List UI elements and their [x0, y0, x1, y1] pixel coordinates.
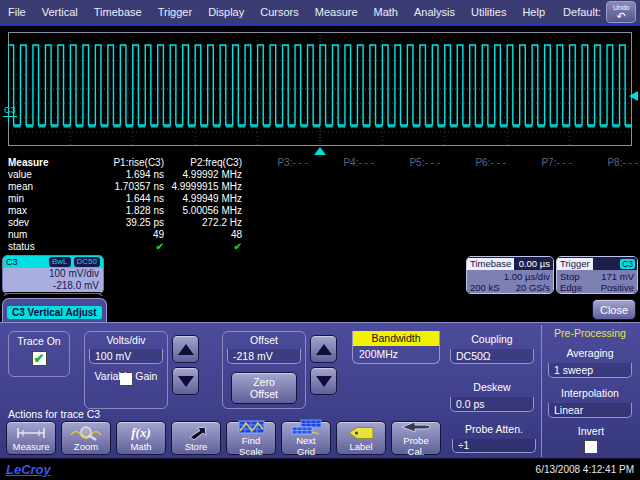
oscilloscope-screen: FileVerticalTimebaseTriggerDisplayCursor… [0, 0, 640, 480]
tab-c3-vertical-adjust[interactable]: C3 Vertical Adjust [2, 298, 107, 322]
offset-up-button[interactable] [310, 335, 337, 363]
undo-button[interactable]: Undo↶ [606, 1, 636, 23]
menu-item-measure[interactable]: Measure [315, 6, 358, 18]
measure-icon [14, 424, 48, 441]
deskew-field[interactable]: 0.0 ps [450, 397, 534, 412]
measure-num-p7 [508, 229, 574, 241]
action-button-zoom[interactable]: Zoom [61, 421, 111, 455]
action-button-find-scale[interactable]: Find Scale [226, 421, 276, 455]
offset-group: Offset -218 mV Zero Offset [222, 331, 306, 409]
zero-offset-button[interactable]: Zero Offset [231, 372, 297, 404]
measure-row-label-max: max [0, 205, 56, 217]
action-button-math[interactable]: f(x)Math [116, 421, 166, 455]
label-icon [344, 424, 378, 441]
measure-sdev-p5 [376, 217, 442, 229]
interpolation-field[interactable]: Linear [548, 403, 632, 418]
trigger-level-marker[interactable] [629, 91, 638, 101]
action-button-label: Store [185, 441, 208, 452]
measure-status-p6 [442, 241, 508, 253]
action-button-measure[interactable]: Measure [6, 421, 56, 455]
menu-item-trigger[interactable]: Trigger [158, 6, 192, 18]
measure-max-p1: 1.828 ns [56, 205, 166, 217]
trigger-source-badge: C3 [620, 259, 635, 269]
measure-column-header-p2: P2:freq(C3) [166, 156, 244, 169]
measure-column-header-p8: P8:- - - [574, 156, 640, 169]
measure-mean-p2: 4.9999915 MHz [166, 181, 244, 193]
averaging-field[interactable]: 1 sweep [548, 363, 632, 378]
dialog-section-divider [541, 325, 542, 457]
measure-num-p6 [442, 229, 508, 241]
timebase-offset: 0.00 µs [519, 258, 553, 269]
measure-row-label-sdev: sdev [0, 217, 56, 229]
trace-on-group: Trace On ✔ [8, 331, 70, 377]
datetime-label: 6/13/2008 4:12:41 PM [536, 464, 634, 475]
measure-num-p8 [574, 229, 640, 241]
bandwidth-field[interactable]: 200MHz [353, 346, 439, 363]
trigger-slope: Positive [601, 282, 634, 293]
math-icon: f(x) [131, 424, 151, 441]
measure-status-p4 [310, 241, 376, 253]
measure-column-header-p7: P7:- - - [508, 156, 574, 169]
measure-max-p7 [508, 205, 574, 217]
measure-num-p1: 49 [56, 229, 166, 241]
bandwidth-limit-badge: BwL [49, 257, 71, 267]
offset-field[interactable]: -218 mV [227, 349, 301, 364]
menu-bar: FileVerticalTimebaseTriggerDisplayCursor… [0, 0, 640, 26]
measure-min-p8 [574, 193, 640, 205]
volts-div-down-button[interactable] [172, 367, 199, 395]
measure-status-p3 [244, 241, 310, 253]
coupling-field[interactable]: DC50Ω [450, 349, 534, 364]
action-button-label: Probe Cal. [398, 435, 434, 457]
trace-on-label: Trace On [9, 332, 69, 347]
menu-item-utilities[interactable]: Utilities [471, 6, 506, 18]
close-button[interactable]: Close [592, 299, 636, 320]
status-row: C3 BwL DC50 100 mV/div -218.0 mV Timebas… [0, 254, 640, 296]
measure-mean-p8 [574, 181, 640, 193]
trace-on-checkbox[interactable]: ✔ [32, 351, 47, 366]
action-button-label: Next Grid [288, 435, 324, 457]
menu-item-file[interactable]: File [8, 6, 26, 18]
status-bar: LeCroy 6/13/2008 4:12:41 PM [0, 458, 640, 480]
measure-mean-p6 [442, 181, 508, 193]
volts-div-field[interactable]: 100 mV [89, 349, 163, 364]
measure-column-header-p5: P5:- - - [376, 156, 442, 169]
menu-item-analysis[interactable]: Analysis [414, 6, 455, 18]
action-button-store[interactable]: Store [171, 421, 221, 455]
timebase-title: Timebase [467, 258, 514, 270]
channel-c3-descriptor-box[interactable]: C3 BwL DC50 100 mV/div -218.0 mV [2, 255, 104, 294]
menu-item-math[interactable]: Math [374, 6, 398, 18]
waveform-display[interactable]: C3 [0, 26, 640, 156]
action-button-label[interactable]: Label [336, 421, 386, 455]
measure-mean-p1: 1.70357 ns [56, 181, 166, 193]
actions-for-trace-label: Actions for trace C3 [8, 408, 100, 420]
menu-item-display[interactable]: Display [208, 6, 244, 18]
measure-mean-p3 [244, 181, 310, 193]
measure-max-p5 [376, 205, 442, 217]
channel-volts-per-div: 100 mV/div [7, 268, 99, 280]
bandwidth-label: Bandwidth [353, 331, 439, 346]
menu-item-cursors[interactable]: Cursors [260, 6, 299, 18]
menu-item-help[interactable]: Help [522, 6, 545, 18]
trigger-box[interactable]: Trigger C3 Stop 171 mV Edge Positive [556, 256, 638, 294]
invert-checkbox[interactable] [584, 440, 598, 454]
coupling-badge: DC50 [74, 257, 100, 267]
menu-item-vertical[interactable]: Vertical [42, 6, 78, 18]
action-button-next-grid[interactable]: Next Grid [281, 421, 331, 455]
measure-max-p8 [574, 205, 640, 217]
probe-atten-field[interactable]: ÷1 [452, 439, 536, 453]
offset-down-button[interactable] [310, 367, 337, 395]
measure-max-p2: 5.00056 MHz [166, 205, 244, 217]
offset-label: Offset [223, 332, 305, 346]
action-button-probe-cal[interactable]: Probe Cal. [391, 421, 441, 455]
default-label: Default: [563, 6, 601, 18]
menu-item-timebase[interactable]: Timebase [94, 6, 142, 18]
up-arrow-icon [316, 344, 332, 355]
measure-min-p1: 1.644 ns [56, 193, 166, 205]
measure-sdev-p7 [508, 217, 574, 229]
measure-panel: MeasureP1:rise(C3)P2:freq(C3)P3:- - -P4:… [0, 156, 640, 254]
action-button-label: Measure [13, 441, 50, 452]
timebase-box[interactable]: Timebase 0.00 µs 1.00 µs/div 200 kS 20 G… [466, 256, 554, 294]
action-buttons-row: MeasureZoomf(x)MathStoreFind ScaleNext G… [6, 421, 441, 455]
trigger-time-marker[interactable] [314, 147, 326, 155]
volts-div-up-button[interactable] [172, 335, 199, 363]
